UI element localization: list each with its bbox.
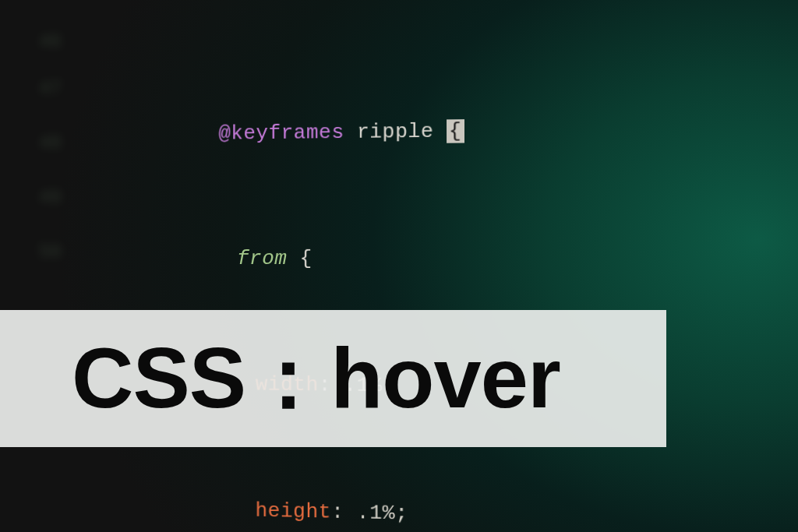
token-brace: { — [300, 247, 312, 270]
code-line: height: .1%; — [218, 495, 798, 532]
code-editor[interactable]: @keyframes ripple { from { width: .1%; h… — [4, 0, 798, 532]
token-atrule: @keyframes — [218, 121, 356, 146]
token-punct: ; — [395, 502, 408, 526]
banner-title: CSS：hover — [72, 321, 560, 437]
title-banner: CSS：hover — [0, 310, 666, 447]
cursor-icon: { — [447, 119, 464, 143]
token-keyword: from — [237, 247, 300, 270]
code-line: @keyframes ripple { — [218, 111, 798, 150]
token-value: .1% — [357, 501, 395, 526]
code-block: @keyframes ripple { from { width: .1%; h… — [216, 13, 798, 532]
token-identifier: ripple — [357, 119, 447, 143]
token-property: height — [256, 499, 331, 524]
token-punct: : — [331, 501, 357, 525]
code-line: from { — [218, 242, 798, 275]
